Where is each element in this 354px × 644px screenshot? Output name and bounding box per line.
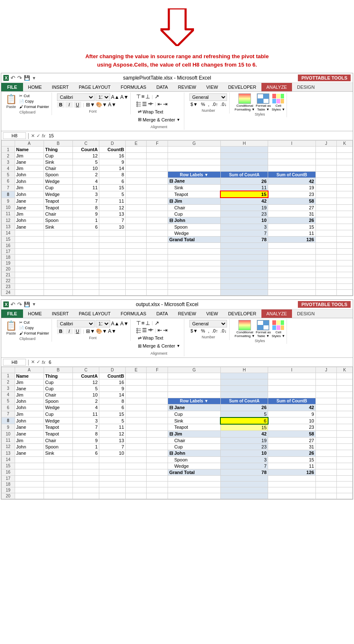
accounting-button-2[interactable]: $▼	[189, 328, 199, 333]
number-format-select-2[interactable]: General	[189, 320, 227, 327]
cell-C2-2[interactable]: 12	[73, 379, 99, 385]
cell-D8-1[interactable]: 5	[99, 191, 126, 198]
cell-A11-1[interactable]: Jim	[15, 211, 44, 217]
cell-C3-1[interactable]: 5	[73, 159, 99, 165]
bold-button-1[interactable]: B	[57, 102, 65, 108]
cell-G10-2[interactable]: ⊟ Jim	[168, 430, 220, 437]
percent-button-1[interactable]: %	[200, 102, 207, 107]
cut-button-1[interactable]: ✂ Cut	[18, 93, 50, 98]
cell-H10-1[interactable]: 19	[220, 204, 268, 211]
font-color-button-1[interactable]: A▼	[108, 102, 116, 108]
cell-D6-1[interactable]: 6	[99, 178, 126, 185]
cell-B10-2[interactable]: Teapot	[44, 430, 72, 437]
cell-G15-2[interactable]: Wedge	[168, 463, 220, 469]
align-center-2[interactable]: ☰	[142, 327, 147, 333]
cell-I11-2[interactable]: 27	[268, 437, 315, 443]
cell-D6-2[interactable]: 6	[99, 404, 126, 411]
comma-button-1[interactable]: ,	[207, 102, 210, 107]
cell-G9-1[interactable]: ⊟ Jim	[168, 198, 220, 204]
cell-G12-2[interactable]: Cup	[168, 443, 220, 450]
cell-I9-2[interactable]: 23	[268, 424, 315, 431]
cell-G14-2[interactable]: Spoon	[168, 456, 220, 463]
increase-decimal-2[interactable]: .0↑	[211, 328, 219, 333]
cell-F2-1[interactable]	[147, 153, 168, 159]
cell-C13-2[interactable]: 6	[73, 450, 99, 456]
increase-font-1[interactable]: A▲	[111, 94, 119, 100]
cell-C10-1[interactable]: 8	[73, 204, 99, 211]
cell-H11-1[interactable]: 23	[220, 211, 268, 217]
cell-G14-1[interactable]: Wedge	[168, 230, 220, 236]
align-middle-2[interactable]: ≡	[142, 320, 145, 326]
cell-G11-1[interactable]: Cup	[168, 211, 220, 217]
accounting-button-1[interactable]: $▼	[189, 102, 199, 107]
tab-pagelayout-2[interactable]: PAGE LAYOUT	[74, 309, 116, 318]
cell-G1-1[interactable]	[168, 147, 220, 153]
cell-I10-2[interactable]: 58	[268, 430, 315, 437]
cell-A2-1[interactable]: Jim	[15, 153, 44, 159]
cell-G13-2[interactable]: ⊟ John	[168, 450, 220, 456]
cell-B13-2[interactable]: Sink	[44, 450, 72, 456]
cell-H8-2[interactable]: 6	[220, 417, 268, 424]
cell-G15-1[interactable]: Grand Total	[168, 236, 220, 242]
cell-J1-1[interactable]	[315, 147, 336, 153]
decrease-font-2[interactable]: A▼	[120, 321, 129, 327]
decrease-decimal-2[interactable]: .0↓	[220, 328, 227, 333]
copy-button-2[interactable]: 📄 Copy	[18, 325, 50, 330]
italic-button-1[interactable]: I	[65, 102, 73, 108]
cell-C6-1[interactable]: 4	[73, 178, 99, 185]
cell-A7-1[interactable]: Jim	[15, 185, 44, 191]
formula-confirm-2[interactable]: ✓	[36, 359, 40, 365]
decrease-font-1[interactable]: A▼	[120, 94, 129, 100]
cell-H12-1[interactable]: 10	[220, 217, 268, 224]
cell-D10-2[interactable]: 12	[99, 430, 126, 437]
cell-A5-1[interactable]: John	[15, 172, 44, 178]
cell-C12-2[interactable]: 1	[73, 443, 99, 450]
align-middle-1[interactable]: ≡	[142, 93, 145, 100]
cell-H1-1[interactable]	[220, 147, 268, 153]
cell-I10-1[interactable]: 27	[268, 204, 315, 211]
font-name-select-2[interactable]: Calibri	[57, 320, 95, 327]
cell-A3-2[interactable]: Jane	[15, 385, 44, 392]
cell-H14-2[interactable]: 3	[220, 456, 268, 463]
cell-H10-2[interactable]: 42	[220, 430, 268, 437]
cell-H15-1[interactable]: 78	[220, 236, 268, 242]
cell-I9-1[interactable]: 58	[268, 198, 315, 204]
undo-icon-1[interactable]: ↶	[10, 75, 16, 81]
tab-analyze-1[interactable]: ANALYZE	[261, 83, 292, 91]
tab-data-2[interactable]: DATA	[151, 309, 173, 318]
cell-I12-1[interactable]: 26	[268, 217, 315, 224]
formula-fx-1[interactable]: fx	[42, 133, 46, 138]
cell-G2-1[interactable]	[168, 153, 220, 159]
cell-D1-1[interactable]: CountB	[99, 147, 126, 153]
cell-F1-1[interactable]	[147, 147, 168, 153]
cell-B8-2[interactable]: Wedge	[44, 417, 72, 424]
copy-button-1[interactable]: 📄 Copy	[18, 99, 50, 104]
cell-H5-2[interactable]: Sum of CountA	[220, 398, 268, 404]
customize-icon-1[interactable]: ▼	[32, 76, 36, 80]
tab-design-1[interactable]: DESIGN	[292, 83, 320, 91]
cell-B6-2[interactable]: Wedge	[44, 404, 72, 411]
cell-G11-2[interactable]: Chair	[168, 437, 220, 443]
cell-B9-2[interactable]: Teapot	[44, 424, 72, 431]
tab-home-1[interactable]: HOME	[23, 83, 47, 91]
cell-I8-2[interactable]: 10	[268, 417, 315, 424]
cell-G6-1[interactable]: ⊟ Jane	[168, 178, 220, 185]
save-icon-1[interactable]: 💾	[24, 75, 30, 81]
cell-H13-1[interactable]: 3	[220, 224, 268, 230]
cell-styles-button-2[interactable]: Cell Styles ▼	[271, 320, 285, 338]
cell-D7-1[interactable]: 15	[99, 185, 126, 191]
cell-I5-2[interactable]: Sum of CountB	[268, 398, 315, 404]
cell-G8-1[interactable]: Teapot	[168, 191, 220, 198]
fill-color-button-2[interactable]: 🎨▼	[96, 328, 107, 334]
cell-H2-1[interactable]	[220, 153, 268, 159]
cell-reference-1[interactable]	[3, 132, 26, 139]
cell-B3-2[interactable]: Cup	[44, 385, 72, 392]
formula-confirm-1[interactable]: ✓	[36, 133, 40, 139]
cell-D3-1[interactable]: 9	[99, 159, 126, 165]
tab-analyze-2[interactable]: ANALYZE	[261, 309, 292, 318]
decrease-decimal-1[interactable]: .0↓	[220, 102, 227, 107]
cell-E1-1[interactable]	[126, 147, 147, 153]
cell-C7-1[interactable]: 11	[73, 185, 99, 191]
cell-J2-1[interactable]	[315, 153, 336, 159]
cell-B11-1[interactable]: Chair	[44, 211, 72, 217]
